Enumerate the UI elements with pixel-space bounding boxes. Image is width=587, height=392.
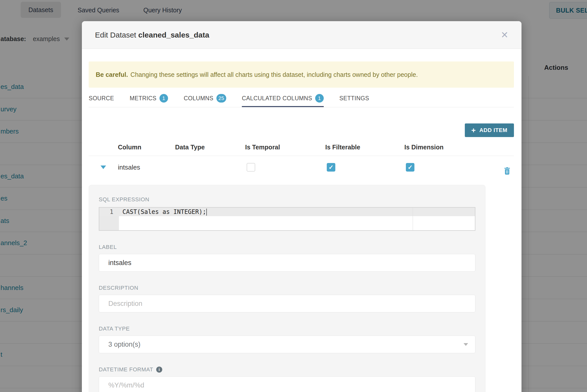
label-input[interactable] [99, 254, 475, 272]
header-is-filterable: Is Filterable [325, 144, 404, 151]
warning-text: Changing these settings will affect all … [131, 71, 418, 78]
datetime-format-input[interactable] [99, 376, 475, 392]
tab-count-badge: 25 [216, 94, 226, 103]
add-item-label: ADD ITEM [479, 127, 507, 134]
calculated-column-detail-panel: SQL EXPRESSION 1 CAST(Sales as INTEGER);… [89, 185, 485, 392]
collapse-caret-icon[interactable] [101, 166, 106, 169]
warning-bold-text: Be careful. [96, 71, 128, 78]
chevron-down-icon [464, 343, 468, 346]
editor-line-number: 1 [99, 208, 119, 216]
datetime-format-label-text: DATETIME FORMAT [99, 366, 153, 373]
tab-calculated-columns[interactable]: CALCULATED COLUMNS 1 [242, 94, 324, 107]
data-type-field-section: DATA TYPE 3 option(s) [99, 325, 475, 353]
header-is-temporal: Is Temporal [245, 144, 325, 151]
tab-source[interactable]: SOURCE [89, 94, 114, 107]
is-temporal-checkbox[interactable] [247, 163, 255, 172]
tab-label: SOURCE [89, 95, 114, 102]
plus-icon: + [471, 126, 476, 134]
header-is-dimension: Is Dimension [404, 144, 514, 151]
screen: es Datasets Saved Queries Query History … [0, 0, 587, 392]
tab-label: SETTINGS [339, 95, 369, 102]
trash-icon[interactable] [504, 167, 510, 175]
sql-expression-code: CAST(Sales as INTEGER); [122, 208, 207, 216]
modal-body: Be careful. Changing these settings will… [82, 61, 521, 392]
description-field-label: DESCRIPTION [99, 285, 475, 291]
header-column: Column [118, 144, 175, 151]
edit-dataset-modal: Edit Dataset cleaned_sales_data ✕ Be car… [82, 21, 521, 392]
data-type-selected-value: 3 option(s) [108, 341, 141, 348]
modal-title: Edit Dataset cleaned_sales_data [95, 31, 209, 39]
data-type-field-label: DATA TYPE [99, 325, 475, 332]
is-filterable-checkbox[interactable]: ✓ [327, 163, 335, 172]
modal-title-dataset-name: cleaned_sales_data [138, 31, 209, 39]
tab-count-badge: 1 [315, 94, 324, 103]
warning-banner: Be careful. Changing these settings will… [89, 61, 514, 88]
label-field-section: LABEL [99, 244, 475, 272]
sql-expression-editor[interactable]: 1 CAST(Sales as INTEGER); [99, 207, 475, 231]
modal-header: Edit Dataset cleaned_sales_data ✕ [82, 21, 521, 49]
calculated-columns-header-row: Column Data Type Is Temporal Is Filterab… [89, 140, 514, 156]
code-text: CAST(Sales as INTEGER); [122, 208, 206, 215]
tab-count-badge: 1 [159, 94, 168, 103]
datetime-format-field-label: DATETIME FORMAT i [99, 366, 475, 373]
tab-label: CALCULATED COLUMNS [242, 95, 312, 102]
description-field-section: DESCRIPTION [99, 285, 475, 312]
modal-tabs: SOURCE METRICS 1 COLUMNS 25 CALCULATED C… [89, 94, 514, 107]
tab-label: METRICS [130, 95, 156, 102]
tab-columns[interactable]: COLUMNS 25 [184, 94, 226, 107]
data-type-select[interactable]: 3 option(s) [99, 336, 475, 353]
sql-expression-label: SQL EXPRESSION [99, 196, 475, 203]
tab-metrics[interactable]: METRICS 1 [130, 94, 168, 107]
add-item-row: + ADD ITEM [89, 123, 514, 137]
tab-settings[interactable]: SETTINGS [339, 94, 369, 107]
is-dimension-checkbox[interactable]: ✓ [406, 163, 414, 172]
description-input[interactable] [99, 295, 475, 312]
editor-print-margin [413, 208, 413, 230]
datetime-format-field-section: DATETIME FORMAT i [99, 366, 475, 392]
info-icon[interactable]: i [156, 367, 162, 373]
close-icon[interactable]: ✕ [501, 30, 508, 40]
add-item-button[interactable]: + ADD ITEM [465, 123, 514, 137]
tab-label: COLUMNS [184, 95, 213, 102]
header-data-type: Data Type [175, 144, 245, 151]
column-name: intsales [118, 164, 175, 171]
label-field-label: LABEL [99, 244, 475, 250]
text-cursor [206, 209, 207, 216]
modal-title-prefix: Edit Dataset [95, 31, 138, 39]
